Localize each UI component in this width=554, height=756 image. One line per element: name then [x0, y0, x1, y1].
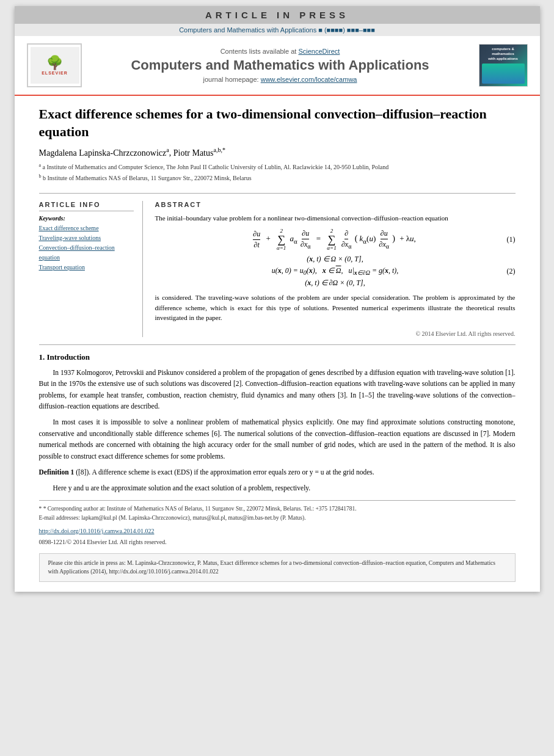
frac-du-dxa: ∂u ∂xα	[301, 229, 311, 250]
sum-alpha2: 2 ∑ α=1	[327, 228, 336, 251]
sciencedirect-link[interactable]: ScienceDirect	[298, 48, 340, 55]
aip-banner-text: ARTICLE IN PRESS	[205, 10, 349, 20]
definition-text: A difference scheme is exact (EDS) if th…	[92, 468, 374, 476]
abstract-heading: ABSTRACT	[155, 201, 516, 208]
keywords-label: Keywords:	[39, 215, 134, 222]
intro-para2: In most cases it is impossible to solve …	[39, 416, 516, 462]
elsevier-logo: 🌳 ELSEVIER	[27, 43, 82, 87]
journal-ref-text: Computers and Mathematics with Applicati…	[179, 26, 375, 34]
definition-ref: ([8]).	[76, 468, 90, 476]
eq1-row3: u(x, 0) = u0(x), x ∈ Ω, u|x∈∂Ω = g(x, t)…	[155, 266, 516, 276]
definition-line: Definition 1 ([8]). A difference scheme …	[39, 467, 516, 478]
footnote-star: * * Corresponding author at: Institute o…	[39, 504, 516, 514]
footnote-area: * * Corresponding author at: Institute o…	[39, 500, 516, 547]
abstract-conclusion: is considered. The traveling-wave soluti…	[155, 293, 516, 323]
main-content: Exact difference schemes for a two-dimen…	[15, 96, 540, 592]
doi-link[interactable]: http://dx.doi.org/10.1016/j.camwa.2014.0…	[39, 526, 516, 536]
separator-1	[39, 344, 516, 345]
keyword-3[interactable]: Convection–diffusion–reaction equation	[39, 243, 134, 263]
elsevier-tree-icon: 🌳	[46, 56, 63, 70]
journal-thumbnail: computers &mathematicswith applications	[479, 44, 528, 87]
frac-partial-xalpha: ∂ ∂xα	[341, 229, 352, 250]
journal-center: Contents lists available at ScienceDirec…	[82, 48, 479, 83]
keyword-4[interactable]: Transport equation	[39, 263, 134, 272]
frac-du-dt: ∂u ∂t	[253, 230, 260, 250]
article-info-heading: ARTICLE INFO	[39, 201, 134, 211]
page: ARTICLE IN PRESS Computers and Mathemati…	[15, 6, 540, 592]
copyright: © 2014 Elsevier Ltd. All rights reserved…	[155, 328, 516, 337]
issn-line: 0898-1221/© 2014 Elsevier Ltd. All right…	[39, 537, 516, 547]
sciencedirect-label: Contents lists available at ScienceDirec…	[88, 48, 473, 55]
article-title: Exact difference schemes for a two-dimen…	[39, 106, 516, 140]
eq1-row4: (x, t) ∈ ∂Ω × (0, T],	[155, 278, 516, 288]
eq1-row2: (x, t) ∈ Ω × (0, T],	[155, 255, 516, 264]
eq2-number: (2)	[507, 267, 516, 276]
intro-para1: In 1937 Kolmogorov, Petrovskii and Pisku…	[39, 367, 516, 412]
cite-box: Please cite this article in press as: M.…	[39, 553, 516, 582]
abstract-section: ABSTRACT The initial–boundary value prob…	[155, 201, 516, 337]
info-abstract-section: ARTICLE INFO Keywords: Exact difference …	[39, 193, 516, 337]
equation-1-block: ∂u ∂t + 2 ∑ α=1 aα ∂u	[155, 228, 516, 288]
affiliation-a: a a Institute of Mathematics and Compute…	[39, 162, 516, 172]
journal-title: Computers and Mathematics with Applicati…	[88, 57, 473, 73]
affiliation-b: b b Institute of Mathematics NAS of Bela…	[39, 173, 516, 183]
sum-alpha: 2 ∑ α=1	[277, 228, 286, 251]
abstract-intro: The initial–boundary value problem for a…	[155, 213, 516, 224]
definition-followup: Here y and u are the approximate solutio…	[39, 482, 516, 493]
article-info: ARTICLE INFO Keywords: Exact difference …	[39, 201, 143, 337]
definition-label: Definition 1	[39, 468, 75, 476]
eq1-row1: ∂u ∂t + 2 ∑ α=1 aα ∂u	[155, 228, 516, 251]
elsevier-text: ELSEVIER	[42, 71, 68, 75]
keyword-1[interactable]: Exact difference scheme	[39, 224, 134, 233]
intro-heading: 1. Introduction	[39, 352, 516, 362]
homepage-url[interactable]: www.elsevier.com/locate/camwa	[261, 76, 357, 83]
journal-ref-bar: Computers and Mathematics with Applicati…	[15, 24, 540, 36]
keyword-2[interactable]: Traveling-wave solutions	[39, 233, 134, 243]
journal-homepage: journal homepage: www.elsevier.com/locat…	[88, 76, 473, 83]
cite-text: Please cite this article in press as: M.…	[48, 560, 496, 575]
footnote-email: E-mail addresses: lapkam@kul.pl (M. Lapi…	[39, 514, 516, 523]
affiliations: a a Institute of Mathematics and Compute…	[39, 162, 516, 183]
authors: Magdalena Lapinska-Chrzczonowicza, Piotr…	[39, 147, 516, 158]
frac-du-dxa2: ∂u ∂xα	[379, 229, 389, 250]
journal-header: 🌳 ELSEVIER Contents lists available at S…	[15, 36, 540, 96]
eq1-number: (1)	[507, 235, 516, 244]
aip-banner: ARTICLE IN PRESS	[15, 6, 540, 24]
